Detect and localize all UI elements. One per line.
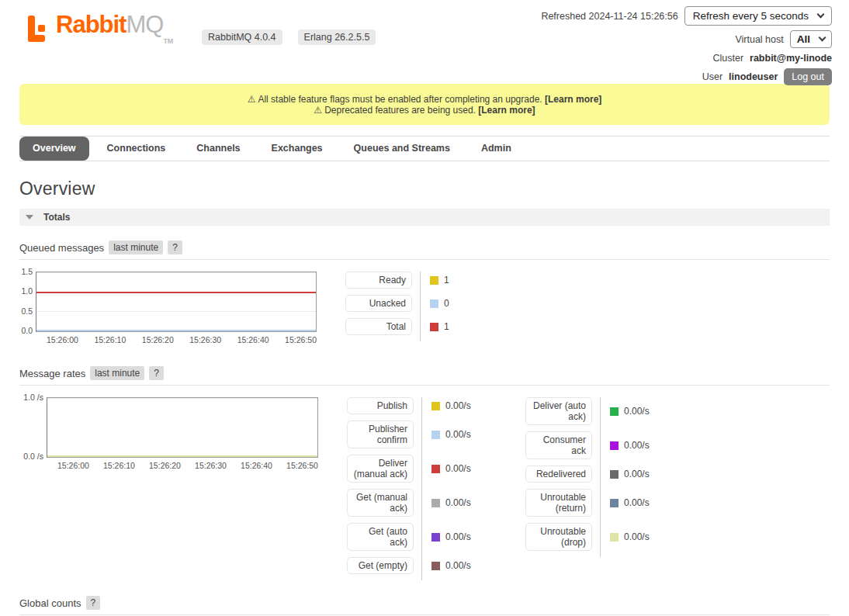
refresh-interval-select[interactable]: Refresh every 5 seconds (684, 6, 832, 26)
consumer-ack-rate: 0.00/s (624, 440, 650, 451)
legend-label-publisher-confirm: Publisher confirm (347, 420, 414, 448)
queued-messages-block: 0.00.51.01.5 15:26:0015:26:1015:26:2015:… (19, 272, 830, 344)
tab-connections[interactable]: Connections (94, 137, 179, 161)
trademark-label: TM (163, 37, 173, 45)
brand-mq: MQ (126, 11, 163, 38)
app-header: RabbitMQTM RabbitMQ 4.0.4 Erlang 26.2.5.… (0, 0, 849, 82)
unroutable-drop-rate: 0.00/s (624, 531, 650, 542)
publish-rate: 0.00/s (445, 400, 471, 411)
message-rates-title: Message rates (19, 368, 85, 379)
redelivered-rate: 0.00/s (624, 469, 650, 479)
tab-queues-and-streams[interactable]: Queues and Streams (341, 137, 463, 161)
queued-messages-title: Queued messages (19, 242, 104, 254)
queued-chart-y-axis: 0.00.51.01.5 (19, 272, 36, 344)
queued-chart-x-axis: 15:26:0015:26:1015:26:2015:26:3015:26:40… (36, 332, 317, 344)
erlang-version-badge: Erlang 26.2.5.5 (298, 29, 376, 45)
tab-admin[interactable]: Admin (468, 137, 525, 161)
unroutable-drop-swatch-icon (610, 533, 619, 542)
rabbitmq-logo[interactable]: RabbitMQTM (28, 12, 173, 45)
version-badges: RabbitMQ 4.0.4 Erlang 26.2.5.5 (202, 29, 376, 45)
unroutable-return-rate: 0.00/s (624, 497, 650, 508)
legend-label-get-auto-ack: Get (auto ack) (347, 523, 414, 551)
get-manual-ack-rate: 0.00/s (445, 497, 471, 508)
consumer-ack-swatch-icon (610, 441, 619, 450)
help-badge[interactable]: ? (168, 241, 182, 254)
get-empty-rate: 0.00/s (445, 560, 471, 571)
virtual-host-select[interactable]: All (790, 30, 832, 48)
deliver-manual-ack-swatch-icon (431, 465, 440, 473)
tab-exchanges[interactable]: Exchanges (258, 137, 336, 161)
message-rates-legend-right: Deliver (auto ack) 0.00/s Consumer ack 0… (525, 397, 667, 557)
learn-more-link[interactable]: [Learn more] (545, 94, 601, 105)
user-name: linodeuser (729, 71, 778, 82)
help-badge[interactable]: ? (86, 596, 101, 610)
queued-chart-plot (36, 272, 317, 332)
legend-label-total: Total (345, 318, 412, 335)
tab-overview[interactable]: Overview (19, 137, 89, 161)
message-rates-chart: 0.0 /s1.0 /s 15:26:0015:26:1015:26:2015:… (19, 397, 318, 470)
legend-label-deliver-auto-ack: Deliver (auto ack) (525, 397, 592, 425)
ready-swatch-icon (430, 276, 438, 285)
rates-chart-plot (47, 397, 318, 458)
warning-text: Deprecated features are being used. (324, 105, 476, 116)
legend-label-get-empty: Get (empty) (347, 557, 414, 574)
unacked-swatch-icon (430, 299, 438, 308)
legend-label-deliver-manual-ack: Deliver (manual ack) (347, 455, 414, 483)
queued-messages-chart: 0.00.51.01.5 15:26:0015:26:1015:26:2015:… (19, 272, 317, 344)
get-auto-ack-rate: 0.00/s (445, 531, 471, 542)
help-badge[interactable]: ? (149, 366, 164, 380)
legend-label-unroutable-return: Unroutable (return) (525, 489, 592, 517)
collapse-triangle-icon (26, 215, 33, 220)
deliver-auto-ack-swatch-icon (610, 407, 619, 416)
virtual-host-value: All (797, 33, 810, 45)
queued-messages-header: Queued messages last minute ? (19, 241, 830, 260)
get-empty-swatch-icon (431, 562, 440, 570)
publisher-confirm-swatch-icon (431, 431, 440, 439)
warning-icon: ⚠ (248, 94, 256, 105)
message-rates-legend-left: Publish 0.00/s Publisher confirm 0.00/s … (347, 397, 488, 580)
warning-icon: ⚠ (314, 105, 322, 116)
ready-value: 1 (444, 275, 449, 286)
publisher-confirm-rate: 0.00/s (445, 429, 471, 440)
publish-swatch-icon (431, 402, 440, 410)
legend-label-unroutable-drop: Unroutable (drop) (525, 523, 592, 551)
refresh-interval-value: Refresh every 5 seconds (693, 10, 809, 22)
page-title: Overview (19, 178, 830, 199)
legend-label-redelivered: Redelivered (525, 465, 592, 483)
queued-range-badge[interactable]: last minute (109, 241, 163, 254)
rabbitmq-mark-icon (28, 16, 51, 44)
tab-channels[interactable]: Channels (183, 137, 253, 161)
legend-label-publish: Publish (347, 397, 414, 414)
warning-line-1: ⚠All stable feature flags must be enable… (27, 94, 822, 105)
learn-more-link[interactable]: [Learn more] (478, 105, 535, 116)
rates-chart-y-axis: 0.0 /s1.0 /s (19, 397, 47, 470)
overview-page: Overview Totals Queued messages last min… (19, 178, 830, 616)
warning-line-2: ⚠Deprecated features are being used. [Le… (27, 105, 822, 116)
logo-text: RabbitMQTM (56, 12, 173, 45)
message-rates-block: 0.0 /s1.0 /s 15:26:0015:26:1015:26:2015:… (19, 397, 830, 580)
warning-text: All stable feature flags must be enabled… (258, 94, 542, 105)
chevron-down-icon (819, 34, 826, 42)
global-counts-title: Global counts (19, 597, 81, 609)
deliver-auto-ack-rate: 0.00/s (624, 406, 650, 417)
total-swatch-icon (430, 323, 438, 331)
deliver-manual-ack-rate: 0.00/s (445, 463, 471, 474)
cluster-label: Cluster (712, 53, 743, 64)
header-status-area: Refreshed 2024-11-24 15:26:56 Refresh ev… (541, 6, 832, 85)
global-counts-header: Global counts ? (19, 596, 830, 615)
total-value: 1 (444, 321, 449, 332)
legend-label-unacked: Unacked (345, 295, 412, 312)
get-manual-ack-swatch-icon (431, 499, 440, 507)
redelivered-swatch-icon (610, 470, 619, 479)
legend-label-consumer-ack: Consumer ack (525, 431, 592, 459)
get-auto-ack-swatch-icon (431, 533, 440, 542)
virtual-host-label: Virtual host (735, 34, 783, 45)
legend-label-get-manual-ack: Get (manual ack) (347, 489, 414, 517)
totals-section-toggle[interactable]: Totals (19, 209, 830, 226)
queued-messages-legend: Ready 1 Unacked 0 Total 1 (345, 272, 487, 341)
logout-button[interactable]: Log out (784, 68, 832, 85)
legend-label-ready: Ready (345, 272, 412, 289)
main-nav-tabs: Overview Connections Channels Exchanges … (19, 136, 830, 161)
rates-range-badge[interactable]: last minute (90, 366, 144, 380)
chevron-down-icon (817, 11, 825, 19)
